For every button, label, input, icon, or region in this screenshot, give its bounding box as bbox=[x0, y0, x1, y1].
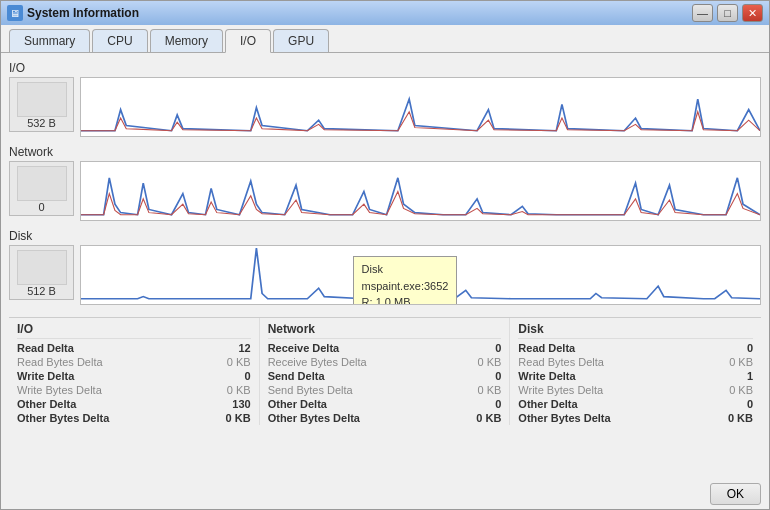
io-other-delta-row: Other Delta 130 bbox=[17, 397, 251, 411]
net-receive-bytes-row: Receive Bytes Delta 0 KB bbox=[268, 355, 502, 369]
io-label: I/O bbox=[9, 61, 761, 75]
net-receive-bytes-value: 0 KB bbox=[477, 356, 501, 368]
io-stats-col: I/O Read Delta 12 Read Bytes Delta 0 KB … bbox=[9, 318, 260, 425]
close-button[interactable]: ✕ bbox=[742, 4, 763, 22]
disk-other-delta-row: Other Delta 0 bbox=[518, 397, 753, 411]
tooltip-line3: R: 1.0 MB bbox=[362, 294, 449, 305]
tab-cpu[interactable]: CPU bbox=[92, 29, 147, 52]
tab-summary[interactable]: Summary bbox=[9, 29, 90, 52]
net-send-delta-row: Send Delta 0 bbox=[268, 369, 502, 383]
content-area: I/O 532 B Network bbox=[1, 52, 769, 479]
disk-thumb-value: 512 B bbox=[27, 285, 56, 297]
disk-other-bytes-value: 0 KB bbox=[728, 412, 753, 424]
network-thumb-value: 0 bbox=[38, 201, 44, 213]
net-other-bytes-value: 0 KB bbox=[476, 412, 501, 424]
disk-write-delta-row: Write Delta 1 bbox=[518, 369, 753, 383]
disk-chart-row: 512 B Disk mspaint.exe:3652 R: 1.0 MB W:… bbox=[9, 245, 761, 305]
disk-section: Disk 512 B Disk mspaint.exe:3652 R: 1.0 bbox=[9, 229, 761, 307]
io-write-bytes-label: Write Bytes Delta bbox=[17, 384, 102, 396]
io-read-delta-label: Read Delta bbox=[17, 342, 74, 354]
net-other-bytes-label: Other Bytes Delta bbox=[268, 412, 360, 424]
io-write-delta-row: Write Delta 0 bbox=[17, 369, 251, 383]
disk-write-bytes-value: 0 KB bbox=[729, 384, 753, 396]
disk-write-delta-label: Write Delta bbox=[518, 370, 575, 382]
io-read-bytes-label: Read Bytes Delta bbox=[17, 356, 103, 368]
disk-read-bytes-label: Read Bytes Delta bbox=[518, 356, 604, 368]
disk-read-delta-row: Read Delta 0 bbox=[518, 341, 753, 355]
maximize-button[interactable]: □ bbox=[717, 4, 738, 22]
io-read-bytes-row: Read Bytes Delta 0 KB bbox=[17, 355, 251, 369]
io-other-bytes-row: Other Bytes Delta 0 KB bbox=[17, 411, 251, 425]
disk-thumb: 512 B bbox=[9, 245, 74, 300]
disk-chart: Disk mspaint.exe:3652 R: 1.0 MB W: 0 O: … bbox=[80, 245, 761, 305]
net-other-delta-row: Other Delta 0 bbox=[268, 397, 502, 411]
net-other-bytes-row: Other Bytes Delta 0 KB bbox=[268, 411, 502, 425]
disk-write-delta-value: 1 bbox=[747, 370, 753, 382]
net-send-delta-value: 0 bbox=[495, 370, 501, 382]
net-receive-delta-value: 0 bbox=[495, 342, 501, 354]
io-write-delta-value: 0 bbox=[245, 370, 251, 382]
io-thumb: 532 B bbox=[9, 77, 74, 132]
network-section: Network 0 bbox=[9, 145, 761, 223]
disk-write-bytes-row: Write Bytes Delta 0 KB bbox=[518, 383, 753, 397]
io-read-bytes-value: 0 KB bbox=[227, 356, 251, 368]
tooltip-line1: Disk bbox=[362, 261, 449, 278]
net-send-delta-label: Send Delta bbox=[268, 370, 325, 382]
disk-read-delta-value: 0 bbox=[747, 342, 753, 354]
disk-other-bytes-label: Other Bytes Delta bbox=[518, 412, 610, 424]
disk-read-delta-label: Read Delta bbox=[518, 342, 575, 354]
network-stats-header: Network bbox=[268, 318, 502, 339]
network-thumb: 0 bbox=[9, 161, 74, 216]
network-chart-row: 0 bbox=[9, 161, 761, 221]
io-other-delta-label: Other Delta bbox=[17, 398, 76, 410]
io-section: I/O 532 B bbox=[9, 61, 761, 139]
net-send-bytes-value: 0 KB bbox=[477, 384, 501, 396]
io-other-bytes-value: 0 KB bbox=[226, 412, 251, 424]
minimize-button[interactable]: — bbox=[692, 4, 713, 22]
disk-read-bytes-value: 0 KB bbox=[729, 356, 753, 368]
net-other-delta-value: 0 bbox=[495, 398, 501, 410]
io-other-delta-value: 130 bbox=[232, 398, 250, 410]
network-label: Network bbox=[9, 145, 761, 159]
net-send-bytes-row: Send Bytes Delta 0 KB bbox=[268, 383, 502, 397]
system-information-window: 🖥 System Information — □ ✕ Summary CPU M… bbox=[0, 0, 770, 510]
net-receive-bytes-label: Receive Bytes Delta bbox=[268, 356, 367, 368]
tab-gpu[interactable]: GPU bbox=[273, 29, 329, 52]
io-chart-row: 532 B bbox=[9, 77, 761, 137]
net-other-delta-label: Other Delta bbox=[268, 398, 327, 410]
net-receive-delta-row: Receive Delta 0 bbox=[268, 341, 502, 355]
io-read-delta-row: Read Delta 12 bbox=[17, 341, 251, 355]
disk-other-delta-value: 0 bbox=[747, 398, 753, 410]
disk-read-bytes-row: Read Bytes Delta 0 KB bbox=[518, 355, 753, 369]
io-other-bytes-label: Other Bytes Delta bbox=[17, 412, 109, 424]
io-write-delta-label: Write Delta bbox=[17, 370, 74, 382]
disk-label: Disk bbox=[9, 229, 761, 243]
io-chart bbox=[80, 77, 761, 137]
network-chart bbox=[80, 161, 761, 221]
ok-bar: OK bbox=[1, 479, 769, 509]
tooltip-line2: mspaint.exe:3652 bbox=[362, 278, 449, 295]
title-bar: 🖥 System Information — □ ✕ bbox=[1, 1, 769, 25]
ok-button[interactable]: OK bbox=[710, 483, 761, 505]
disk-tooltip: Disk mspaint.exe:3652 R: 1.0 MB W: 0 O: … bbox=[353, 256, 458, 305]
window-title: System Information bbox=[27, 6, 688, 20]
disk-write-bytes-label: Write Bytes Delta bbox=[518, 384, 603, 396]
tab-memory[interactable]: Memory bbox=[150, 29, 223, 52]
io-write-bytes-row: Write Bytes Delta 0 KB bbox=[17, 383, 251, 397]
disk-other-bytes-row: Other Bytes Delta 0 KB bbox=[518, 411, 753, 425]
window-icon: 🖥 bbox=[7, 5, 23, 21]
tab-io[interactable]: I/O bbox=[225, 29, 271, 53]
io-stats-header: I/O bbox=[17, 318, 251, 339]
disk-stats-col: Disk Read Delta 0 Read Bytes Delta 0 KB … bbox=[510, 318, 761, 425]
io-read-delta-value: 12 bbox=[238, 342, 250, 354]
stats-grid: I/O Read Delta 12 Read Bytes Delta 0 KB … bbox=[9, 317, 761, 425]
tab-bar: Summary CPU Memory I/O GPU bbox=[1, 25, 769, 52]
io-write-bytes-value: 0 KB bbox=[227, 384, 251, 396]
disk-other-delta-label: Other Delta bbox=[518, 398, 577, 410]
net-receive-delta-label: Receive Delta bbox=[268, 342, 340, 354]
disk-stats-header: Disk bbox=[518, 318, 753, 339]
net-send-bytes-label: Send Bytes Delta bbox=[268, 384, 353, 396]
network-stats-col: Network Receive Delta 0 Receive Bytes De… bbox=[260, 318, 511, 425]
io-thumb-value: 532 B bbox=[27, 117, 56, 129]
